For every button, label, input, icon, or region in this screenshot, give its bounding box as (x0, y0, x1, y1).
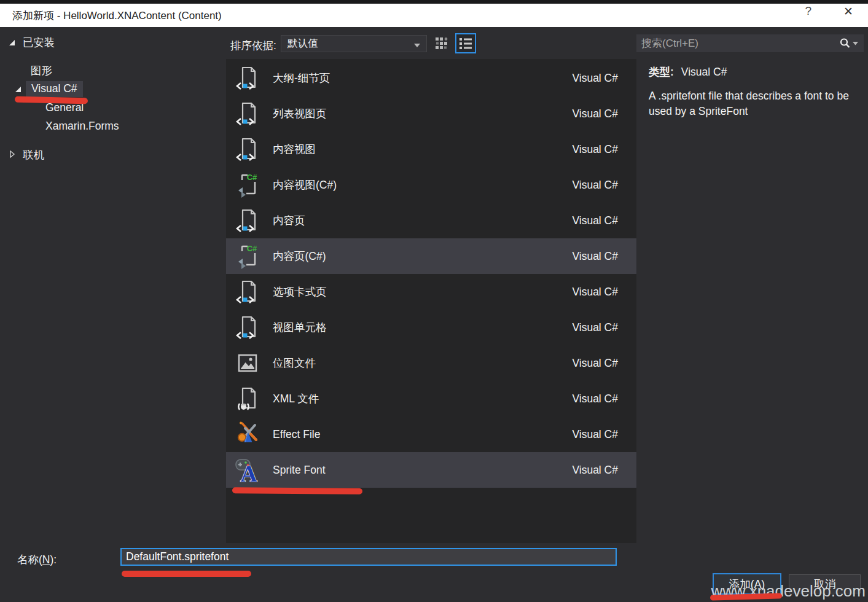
xaml-page-icon (234, 136, 261, 163)
item-label: 视图单元格 (273, 320, 327, 335)
item-language: Visual C# (572, 179, 618, 192)
help-icon[interactable]: ? (805, 4, 811, 18)
sort-by-dropdown[interactable]: 默认值 (281, 35, 427, 52)
item-label: 选项卡式页 (273, 284, 327, 299)
item-label: Effect File (273, 428, 321, 441)
cancel-button[interactable]: 取消 (789, 574, 861, 593)
item-language: Visual C# (572, 321, 618, 334)
item-language: Visual C# (572, 286, 618, 299)
type-label: 类型: (649, 66, 674, 78)
item-language: Visual C# (572, 428, 618, 441)
add-button[interactable]: 添加(A) (713, 573, 781, 595)
sidebar-item-online[interactable]: 联机 (9, 147, 44, 162)
search-icon[interactable] (839, 37, 853, 49)
item-language: Visual C# (572, 464, 618, 477)
item-language: Visual C# (572, 143, 618, 156)
item-label: 列表视图页 (273, 106, 327, 121)
type-value: Visual C# (681, 66, 727, 78)
sidebar-item-visual-csharp[interactable]: Visual C# (0, 80, 226, 98)
expanded-triangle-icon (15, 83, 22, 96)
list-item[interactable]: 视图单元格 Visual C# (226, 310, 636, 345)
item-language: Visual C# (572, 393, 618, 405)
sidebar-item-label: Xamarin.Forms (45, 120, 119, 133)
sidebar-item-xamarin-forms[interactable]: Xamarin.Forms (0, 117, 226, 135)
csharp-page-icon: C# (234, 243, 261, 270)
svg-text:C#: C# (247, 173, 257, 182)
item-label: 内容视图 (273, 142, 316, 157)
xaml-page-icon (234, 314, 261, 341)
dialog-title: 添加新项 - HelloWorld.XNAContent (Content) (12, 9, 222, 23)
sidebar-item-installed[interactable]: 已安装 (9, 35, 55, 50)
item-label: 内容页 (273, 213, 305, 228)
titlebar: 添加新项 - HelloWorld.XNAContent (Content) (0, 4, 868, 27)
item-language: Visual C# (572, 214, 618, 227)
list-item[interactable]: C# 内容页(C#) Visual C# (226, 238, 636, 274)
expanded-triangle-icon (9, 36, 15, 49)
selected-category-label: Visual C# (26, 81, 83, 97)
sidebar-item-label: 联机 (23, 147, 44, 162)
item-language: Visual C# (572, 357, 618, 370)
bitmap-file-icon (234, 350, 261, 377)
search-container (636, 34, 864, 52)
chevron-down-icon (414, 38, 420, 50)
list-item[interactable]: 内容页 Visual C# (226, 203, 636, 238)
list-item[interactable]: 列表视图页 Visual C# (226, 96, 636, 131)
sidebar-item-label: 图形 (31, 63, 52, 78)
effect-file-icon (234, 421, 261, 448)
list-item[interactable]: Effect File Visual C# (226, 416, 636, 452)
item-language: Visual C# (572, 72, 618, 85)
name-input[interactable] (120, 548, 617, 566)
xaml-page-icon (234, 207, 261, 234)
item-info-panel: 类型:Visual C# A .spritefont file that des… (649, 64, 861, 119)
add-new-item-dialog: 添加新项 - HelloWorld.XNAContent (Content) ?… (0, 0, 868, 602)
medium-icons-view-button[interactable] (433, 35, 452, 52)
xaml-page-icon (234, 64, 261, 92)
search-options-chevron-icon[interactable] (853, 42, 864, 45)
name-label: 名称(N): (17, 552, 57, 567)
xml-file-icon (234, 385, 261, 412)
list-item[interactable]: 内容视图 Visual C# (226, 131, 636, 167)
list-item[interactable]: 位图文件 Visual C# (226, 345, 636, 381)
item-description: A .spritefont file that describes a font… (649, 88, 861, 119)
close-icon[interactable]: ✕ (843, 4, 853, 18)
sidebar-item-general[interactable]: General (0, 98, 226, 117)
sidebar-item-label: 已安装 (23, 35, 55, 50)
sort-by-value: 默认值 (287, 37, 318, 50)
template-list: 大纲-细节页 Visual C# 列表视图页 Visual C# 内容视图 Vi… (226, 59, 636, 543)
item-label: Sprite Font (273, 464, 326, 477)
search-input[interactable] (636, 34, 839, 52)
list-view-button[interactable] (455, 33, 476, 53)
item-label: 位图文件 (273, 356, 316, 370)
sidebar-category-tree: 图形 Visual C# General Xamarin.Forms (0, 61, 226, 135)
item-language: Visual C# (572, 108, 618, 120)
sort-by-label: 排序依据: (230, 38, 276, 53)
list-item[interactable]: 大纲-细节页 Visual C# (226, 60, 636, 96)
list-item[interactable]: C# 内容视图(C#) Visual C# (226, 167, 636, 203)
xaml-page-icon (234, 100, 261, 127)
collapsed-triangle-icon (9, 149, 15, 162)
red-underline-name-field (122, 571, 251, 577)
list-item[interactable]: 选项卡式页 Visual C# (226, 274, 636, 310)
list-item[interactable]: XML 文件 Visual C# (226, 381, 636, 416)
item-label: 大纲-细节页 (273, 71, 330, 85)
sprite-font-icon: A (234, 456, 261, 483)
item-label: 内容视图(C#) (273, 178, 337, 192)
csharp-page-icon: C# (234, 171, 261, 198)
sidebar-item-label: General (45, 101, 84, 114)
sidebar-item-graphics[interactable]: 图形 (0, 61, 226, 80)
item-label: XML 文件 (273, 391, 319, 406)
xaml-page-icon (234, 278, 261, 305)
svg-text:A: A (240, 461, 257, 483)
svg-text:C#: C# (247, 244, 257, 253)
list-item[interactable]: A Sprite Font Visual C# (226, 452, 636, 488)
item-label: 内容页(C#) (273, 249, 326, 264)
item-language: Visual C# (572, 250, 618, 263)
